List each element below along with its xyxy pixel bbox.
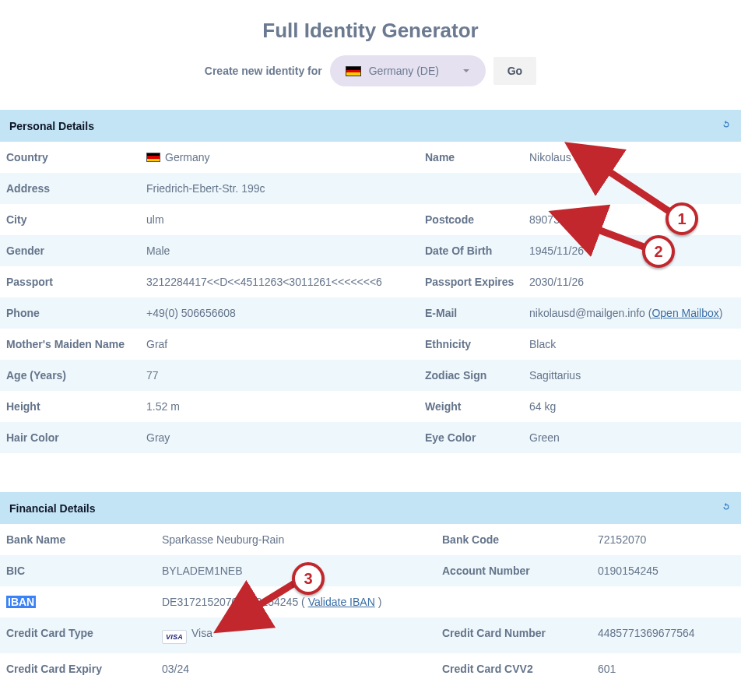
- financial-details-title: Financial Details: [9, 502, 95, 515]
- visa-icon: VISA: [162, 630, 187, 644]
- postcode-label: Postcode: [419, 204, 523, 235]
- bank-code-value: 72152070: [592, 524, 741, 555]
- personal-details-header: Personal Details: [0, 110, 741, 142]
- phone-value: +49(0) 506656608: [140, 297, 419, 329]
- financial-details-header: Financial Details: [0, 492, 741, 524]
- height-label: Height: [0, 391, 140, 422]
- city-value: ulm: [140, 204, 419, 235]
- postcode-value: 89073: [523, 204, 741, 235]
- cc-number-value: 4485771369677564: [592, 617, 741, 653]
- passport-expires-value: 2030/11/26: [523, 266, 741, 297]
- create-identity-label: Create new identity for: [205, 65, 322, 77]
- hair-label: Hair Color: [0, 422, 140, 453]
- address-label: Address: [0, 173, 140, 204]
- zodiac-label: Zodiac Sign: [419, 360, 523, 391]
- hair-value: Gray: [140, 422, 419, 453]
- bank-name-label: Bank Name: [0, 524, 156, 555]
- validate-iban-link[interactable]: Validate IBAN: [308, 596, 375, 608]
- iban-value: DE31721520700190154245 ( Validate IBAN ): [156, 586, 436, 617]
- open-mailbox-link[interactable]: Open Mailbox: [651, 307, 718, 319]
- bank-name-value: Sparkasse Neuburg-Rain: [156, 524, 436, 555]
- refresh-icon[interactable]: [721, 119, 732, 132]
- ethnicity-label: Ethnicity: [419, 329, 523, 360]
- refresh-icon[interactable]: [721, 501, 732, 515]
- email-value: nikolausd@mailgen.info (Open Mailbox): [523, 297, 741, 329]
- mmn-value: Graf: [140, 329, 419, 360]
- city-label: City: [0, 204, 140, 235]
- personal-details-table: Country Germany Name Nikolaus Dörr Addre…: [0, 142, 741, 453]
- account-number-value: 0190154245: [592, 555, 741, 586]
- ethnicity-value: Black: [523, 329, 741, 360]
- cc-cvv-value: 601: [592, 653, 741, 684]
- email-label: E-Mail: [419, 297, 523, 329]
- cc-expiry-value: 03/24: [156, 653, 436, 684]
- cc-type-value: VISAVisa: [156, 617, 436, 653]
- create-identity-row: Create new identity for Germany (DE) Go: [0, 55, 741, 110]
- cc-expiry-label: Credit Card Expiry: [0, 653, 156, 684]
- passport-label: Passport: [0, 266, 140, 297]
- country-select[interactable]: Germany (DE): [330, 55, 486, 86]
- country-label: Country: [0, 142, 140, 173]
- zodiac-value: Sagittarius: [523, 360, 741, 391]
- chevron-down-icon: [462, 65, 470, 77]
- flag-germany-icon: [146, 153, 160, 162]
- gender-value: Male: [140, 235, 419, 266]
- weight-label: Weight: [419, 391, 523, 422]
- gender-label: Gender: [0, 235, 140, 266]
- cc-cvv-label: Credit Card CVV2: [436, 653, 592, 684]
- eye-value: Green: [523, 422, 741, 453]
- personal-details-title: Personal Details: [9, 120, 94, 132]
- cc-type-label: Credit Card Type: [0, 617, 156, 653]
- phone-label: Phone: [0, 297, 140, 329]
- country-select-value: Germany (DE): [369, 65, 439, 77]
- iban-label: IBAN: [0, 586, 156, 617]
- passport-expires-label: Passport Expires: [419, 266, 523, 297]
- passport-value: 3212284417<<D<<4511263<3011261<<<<<<<6: [140, 266, 419, 297]
- weight-value: 64 kg: [523, 391, 741, 422]
- flag-germany-icon: [346, 66, 361, 76]
- dob-value: 1945/11/26: [523, 235, 741, 266]
- mmn-label: Mother's Maiden Name: [0, 329, 140, 360]
- age-label: Age (Years): [0, 360, 140, 391]
- cc-number-label: Credit Card Number: [436, 617, 592, 653]
- go-button[interactable]: Go: [493, 57, 536, 85]
- page-title: Full Identity Generator: [0, 0, 741, 55]
- bank-code-label: Bank Code: [436, 524, 592, 555]
- height-value: 1.52 m: [140, 391, 419, 422]
- age-value: 77: [140, 360, 419, 391]
- eye-label: Eye Color: [419, 422, 523, 453]
- country-value: Germany: [140, 142, 419, 173]
- bic-value: BYLADEM1NEB: [156, 555, 436, 586]
- account-number-label: Account Number: [436, 555, 592, 586]
- dob-label: Date Of Birth: [419, 235, 523, 266]
- name-label: Name: [419, 142, 523, 173]
- name-value: Nikolaus Dörr: [523, 142, 741, 173]
- address-value: Friedrich-Ebert-Str. 199c: [140, 173, 419, 204]
- financial-details-table: Bank Name Sparkasse Neuburg-Rain Bank Co…: [0, 524, 741, 684]
- bic-label: BIC: [0, 555, 156, 586]
